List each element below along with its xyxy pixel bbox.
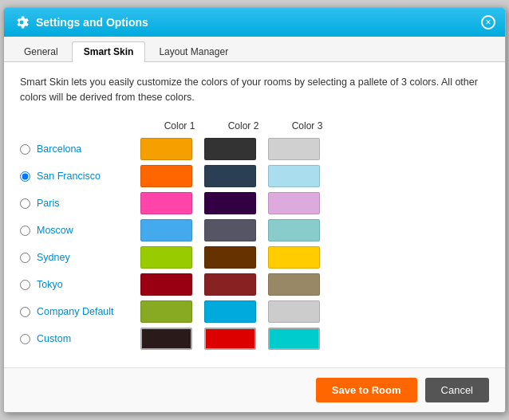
swatch-san-francisco-color3: [268, 165, 320, 187]
swatch-custom-color2[interactable]: [204, 328, 256, 350]
radio-paris[interactable]: [20, 198, 30, 209]
swatch-sydney-color1: [140, 246, 192, 269]
radio-sydney[interactable]: [20, 253, 30, 263]
swatch-paris-color1: [140, 192, 192, 214]
theme-name-moscow: Moscow: [37, 225, 140, 236]
swatch-barcelona-color2: [204, 138, 256, 160]
theme-row-tokyo: Tokyo: [20, 273, 489, 296]
tab-layout-manager[interactable]: Layout Manager: [147, 41, 240, 61]
dialog-title: Settings and Options: [36, 16, 148, 29]
swatch-san-francisco-color1: [140, 165, 192, 187]
color1-header: Color 1: [148, 120, 211, 131]
radio-san-francisco[interactable]: [20, 171, 30, 182]
swatch-moscow-color1: [140, 219, 192, 241]
radio-moscow[interactable]: [20, 226, 30, 236]
swatch-paris-color3: [268, 192, 320, 214]
theme-name-barcelona: Barcelona: [37, 143, 140, 155]
footer: Save to Room Cancel: [4, 367, 505, 412]
description-text: Smart Skin lets you easily customize the…: [20, 75, 489, 105]
swatch-moscow-color3: [268, 219, 320, 241]
radio-tokyo[interactable]: [20, 280, 30, 290]
swatch-custom-color1[interactable]: [140, 328, 192, 350]
swatch-moscow-color2: [204, 219, 256, 241]
swatch-paris-color2: [204, 192, 256, 214]
swatch-company-default-color1: [140, 300, 192, 323]
title-bar-left: Settings and Options: [14, 14, 148, 30]
save-to-room-button[interactable]: Save to Room: [316, 378, 417, 402]
theme-name-tokyo: Tokyo: [37, 279, 140, 290]
swatch-sydney-color2: [204, 246, 256, 269]
swatch-company-default-color2: [204, 300, 256, 323]
swatch-custom-color3[interactable]: [268, 328, 320, 350]
gear-icon: [14, 14, 30, 30]
radio-company-default[interactable]: [20, 307, 30, 317]
radio-barcelona[interactable]: [20, 144, 30, 155]
swatch-tokyo-color1: [140, 273, 192, 296]
theme-row-moscow: Moscow: [20, 219, 489, 241]
theme-row-paris: Paris: [20, 192, 489, 214]
theme-row-san-francisco: San Francisco: [20, 165, 489, 187]
tab-bar: General Smart Skin Layout Manager: [4, 37, 505, 62]
swatch-san-francisco-color2: [204, 165, 256, 187]
close-button[interactable]: ×: [481, 15, 495, 29]
swatch-company-default-color3: [268, 300, 320, 323]
title-bar: Settings and Options ×: [4, 8, 505, 37]
theme-name-company-default: Company Default: [37, 306, 140, 317]
color2-header: Color 2: [211, 120, 275, 131]
swatch-tokyo-color2: [204, 273, 256, 296]
tab-general[interactable]: General: [12, 41, 70, 61]
theme-row-custom: Custom: [20, 328, 489, 350]
theme-row-company-default: Company Default: [20, 300, 489, 323]
swatch-barcelona-color1: [140, 138, 192, 160]
settings-dialog: Settings and Options × General Smart Ski…: [3, 7, 506, 414]
theme-list: BarcelonaSan FranciscoParisMoscowSydneyT…: [20, 138, 489, 350]
theme-name-san-francisco: San Francisco: [37, 171, 140, 182]
content-area: Smart Skin lets you easily customize the…: [4, 62, 505, 368]
swatch-tokyo-color3: [268, 273, 320, 296]
swatch-sydney-color3: [268, 246, 320, 269]
theme-row-sydney: Sydney: [20, 246, 489, 269]
color3-header: Color 3: [275, 120, 339, 131]
cancel-button[interactable]: Cancel: [425, 378, 489, 402]
swatch-barcelona-color3: [268, 138, 320, 160]
radio-custom[interactable]: [20, 334, 30, 344]
theme-name-custom: Custom: [37, 333, 140, 344]
theme-name-sydney: Sydney: [37, 252, 140, 263]
theme-name-paris: Paris: [37, 198, 140, 209]
tab-smart-skin[interactable]: Smart Skin: [72, 41, 146, 62]
color-headers: Color 1 Color 2 Color 3: [20, 120, 489, 131]
theme-row-barcelona: Barcelona: [20, 138, 489, 160]
